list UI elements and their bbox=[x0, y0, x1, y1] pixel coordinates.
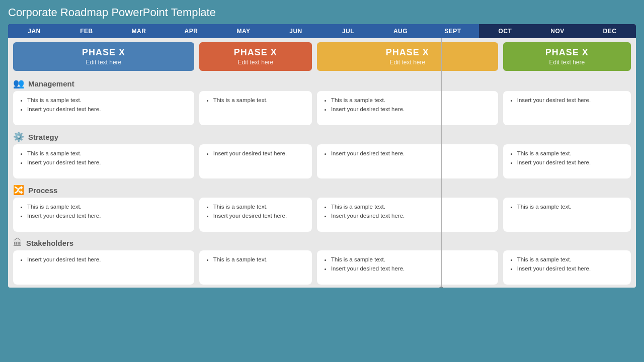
section-process-header: 🔀 Process bbox=[13, 182, 631, 198]
phase-4: PHASE X Edit text here bbox=[503, 42, 631, 71]
process-cards: This is a sample text.Insert your desire… bbox=[13, 198, 631, 232]
list-item: This is a sample text. bbox=[517, 203, 624, 211]
section-management-header: 👥 Management bbox=[13, 75, 631, 91]
list-item: Insert your desired text here. bbox=[27, 212, 187, 220]
process-card-3: This is a sample text.Insert your desire… bbox=[317, 198, 498, 232]
management-card-4: Insert your desired text here. bbox=[503, 91, 631, 125]
list-item: This is a sample text. bbox=[331, 255, 491, 264]
strategy-card-4: This is a sample text.Insert your desire… bbox=[503, 144, 631, 178]
list-item: Insert your desired text here. bbox=[213, 212, 305, 220]
section-process: 🔀 Process This is a sample text.Insert y… bbox=[8, 182, 636, 235]
month-may: MAY bbox=[217, 24, 270, 38]
phase-1-subtitle: Edit text here bbox=[20, 59, 187, 66]
page-container: Corporate Roadmap PowerPoint Template To… bbox=[0, 0, 644, 362]
section-stakeholders-header: 🏛 Stakeholders bbox=[13, 235, 631, 250]
month-jul: JUL bbox=[322, 24, 374, 38]
phase-4-title: PHASE X bbox=[510, 47, 624, 58]
strategy-title: Strategy bbox=[28, 133, 58, 141]
stakeholders-card-4: This is a sample text.Insert your desire… bbox=[503, 250, 631, 285]
process-icon: 🔀 bbox=[13, 185, 24, 196]
month-mar: MAR bbox=[113, 24, 165, 38]
strategy-cards: This is a sample text.Insert your desire… bbox=[13, 144, 631, 178]
list-item: This is a sample text. bbox=[27, 203, 187, 211]
main-content: Today JAN FEB MAR APR MAY JUN JUL AUG SE… bbox=[8, 24, 636, 288]
strategy-card-3: Insert your desired text here. bbox=[317, 144, 498, 178]
stakeholders-icon: 🏛 bbox=[13, 238, 22, 248]
phase-3: PHASE X Edit text here bbox=[317, 42, 498, 71]
phase-2-subtitle: Edit text here bbox=[206, 59, 305, 66]
list-item: Insert your desired text here. bbox=[517, 96, 624, 105]
section-stakeholders: 🏛 Stakeholders Insert your desired text … bbox=[8, 235, 636, 288]
list-item: Insert your desired text here. bbox=[517, 264, 624, 273]
management-icon: 👥 bbox=[13, 78, 24, 89]
list-item: Insert your desired text here. bbox=[27, 158, 187, 167]
month-dec: DEC bbox=[584, 24, 636, 38]
list-item: Insert your desired text here. bbox=[27, 105, 187, 114]
strategy-card-1: This is a sample text.Insert your desire… bbox=[13, 144, 194, 178]
phase-1: PHASE X Edit text here bbox=[13, 42, 194, 71]
process-card-1: This is a sample text.Insert your desire… bbox=[13, 198, 194, 232]
stakeholders-title: Stakeholders bbox=[26, 239, 73, 247]
management-card-1: This is a sample text.Insert your desire… bbox=[13, 91, 194, 125]
month-sept: SEPT bbox=[427, 24, 479, 38]
content-wrapper: PHASE X Edit text here PHASE X Edit text… bbox=[8, 38, 636, 288]
list-item: Insert your desired text here. bbox=[331, 149, 491, 158]
phase-1-title: PHASE X bbox=[20, 47, 187, 58]
management-card-2: This is a sample text. bbox=[199, 91, 312, 125]
list-item: Insert your desired text here. bbox=[331, 105, 491, 114]
page-title: Corporate Roadmap PowerPoint Template bbox=[8, 6, 636, 19]
month-nov: NOV bbox=[531, 24, 584, 38]
stakeholders-card-2: This is a sample text. bbox=[199, 250, 312, 285]
list-item: Insert your desired text here. bbox=[331, 212, 491, 220]
stakeholders-card-3: This is a sample text.Insert your desire… bbox=[317, 250, 498, 285]
process-title: Process bbox=[28, 186, 57, 195]
phase-2: PHASE X Edit text here bbox=[199, 42, 312, 71]
list-item: This is a sample text. bbox=[331, 96, 491, 105]
process-card-4: This is a sample text. bbox=[503, 198, 631, 232]
list-item: This is a sample text. bbox=[213, 255, 305, 264]
list-item: This is a sample text. bbox=[27, 96, 187, 105]
phase-4-subtitle: Edit text here bbox=[510, 59, 624, 66]
stakeholders-cards: Insert your desired text here. This is a… bbox=[13, 250, 631, 285]
management-title: Management bbox=[28, 79, 74, 88]
month-jan: JAN bbox=[8, 24, 60, 38]
month-feb: FEB bbox=[60, 24, 113, 38]
section-strategy: ⚙️ Strategy This is a sample text.Insert… bbox=[8, 128, 636, 182]
list-item: Insert your desired text here. bbox=[27, 255, 187, 264]
management-cards: This is a sample text.Insert your desire… bbox=[13, 91, 631, 125]
stakeholders-card-1: Insert your desired text here. bbox=[13, 250, 194, 285]
strategy-card-2: Insert your desired text here. bbox=[199, 144, 312, 178]
phase-3-subtitle: Edit text here bbox=[324, 59, 491, 66]
list-item: This is a sample text. bbox=[213, 203, 305, 211]
month-oct: OCT bbox=[479, 24, 531, 38]
list-item: Insert your desired text here. bbox=[213, 149, 305, 158]
section-strategy-header: ⚙️ Strategy bbox=[13, 128, 631, 144]
phase-2-title: PHASE X bbox=[206, 47, 305, 58]
list-item: Insert your desired text here. bbox=[331, 264, 491, 273]
month-header: JAN FEB MAR APR MAY JUN JUL AUG SEPT OCT… bbox=[8, 24, 636, 38]
strategy-icon: ⚙️ bbox=[13, 131, 24, 142]
month-apr: APR bbox=[165, 24, 217, 38]
list-item: This is a sample text. bbox=[27, 149, 187, 158]
list-item: This is a sample text. bbox=[331, 203, 491, 211]
management-card-3: This is a sample text.Insert your desire… bbox=[317, 91, 498, 125]
phase-row: PHASE X Edit text here PHASE X Edit text… bbox=[8, 38, 636, 75]
list-item: Insert your desired text here. bbox=[517, 158, 624, 167]
list-item: This is a sample text. bbox=[517, 255, 624, 264]
header-area: Today JAN FEB MAR APR MAY JUN JUL AUG SE… bbox=[8, 24, 636, 38]
month-aug: AUG bbox=[374, 24, 427, 38]
section-management: 👥 Management This is a sample text.Inser… bbox=[8, 75, 636, 128]
month-jun: JUN bbox=[270, 24, 322, 38]
list-item: This is a sample text. bbox=[213, 96, 305, 105]
list-item: This is a sample text. bbox=[517, 149, 624, 158]
phase-3-title: PHASE X bbox=[324, 47, 491, 58]
process-card-2: This is a sample text.Insert your desire… bbox=[199, 198, 312, 232]
